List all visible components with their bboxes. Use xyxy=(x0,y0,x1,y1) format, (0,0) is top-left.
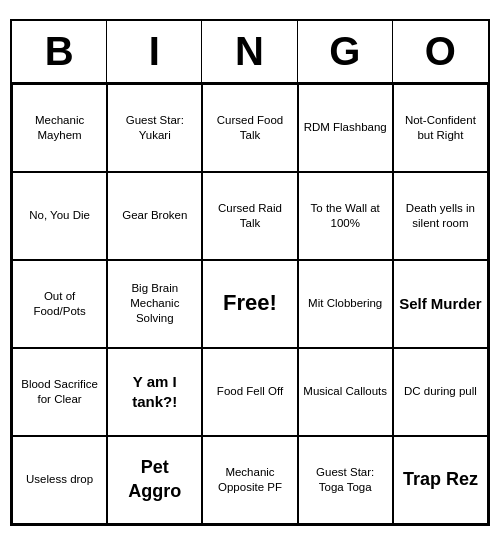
bingo-cell[interactable]: Gear Broken xyxy=(107,172,202,260)
bingo-cell[interactable]: Guest Star: Toga Toga xyxy=(298,436,393,524)
header-letter: O xyxy=(393,21,488,82)
bingo-cell[interactable]: Food Fell Off xyxy=(202,348,297,436)
bingo-cell[interactable]: Mechanic Mayhem xyxy=(12,84,107,172)
bingo-cell[interactable]: Trap Rez xyxy=(393,436,488,524)
bingo-cell[interactable]: Useless drop xyxy=(12,436,107,524)
bingo-cell[interactable]: Guest Star: Yukari xyxy=(107,84,202,172)
bingo-cell[interactable]: Blood Sacrifice for Clear xyxy=(12,348,107,436)
bingo-cell[interactable]: Cursed Food Talk xyxy=(202,84,297,172)
bingo-cell[interactable]: To the Wall at 100% xyxy=(298,172,393,260)
bingo-cell[interactable]: Mit Clobbering xyxy=(298,260,393,348)
bingo-cell[interactable]: Pet Aggro xyxy=(107,436,202,524)
bingo-cell[interactable]: Cursed Raid Talk xyxy=(202,172,297,260)
header-letter: N xyxy=(202,21,297,82)
bingo-cell[interactable]: DC during pull xyxy=(393,348,488,436)
bingo-cell[interactable]: No, You Die xyxy=(12,172,107,260)
bingo-cell[interactable]: Mechanic Opposite PF xyxy=(202,436,297,524)
header-letter: I xyxy=(107,21,202,82)
bingo-grid: Mechanic MayhemGuest Star: YukariCursed … xyxy=(12,84,488,524)
header-letter: G xyxy=(298,21,393,82)
bingo-cell[interactable]: Y am I tank?! xyxy=(107,348,202,436)
bingo-cell[interactable]: Death yells in silent room xyxy=(393,172,488,260)
bingo-cell[interactable]: Out of Food/Pots xyxy=(12,260,107,348)
bingo-cell[interactable]: Free! xyxy=(202,260,297,348)
bingo-header: BINGO xyxy=(12,21,488,84)
bingo-cell[interactable]: Self Murder xyxy=(393,260,488,348)
bingo-cell[interactable]: Not-Confident but Right xyxy=(393,84,488,172)
header-letter: B xyxy=(12,21,107,82)
bingo-cell[interactable]: Musical Callouts xyxy=(298,348,393,436)
bingo-cell[interactable]: RDM Flashbang xyxy=(298,84,393,172)
bingo-cell[interactable]: Big Brain Mechanic Solving xyxy=(107,260,202,348)
bingo-card: BINGO Mechanic MayhemGuest Star: YukariC… xyxy=(10,19,490,526)
